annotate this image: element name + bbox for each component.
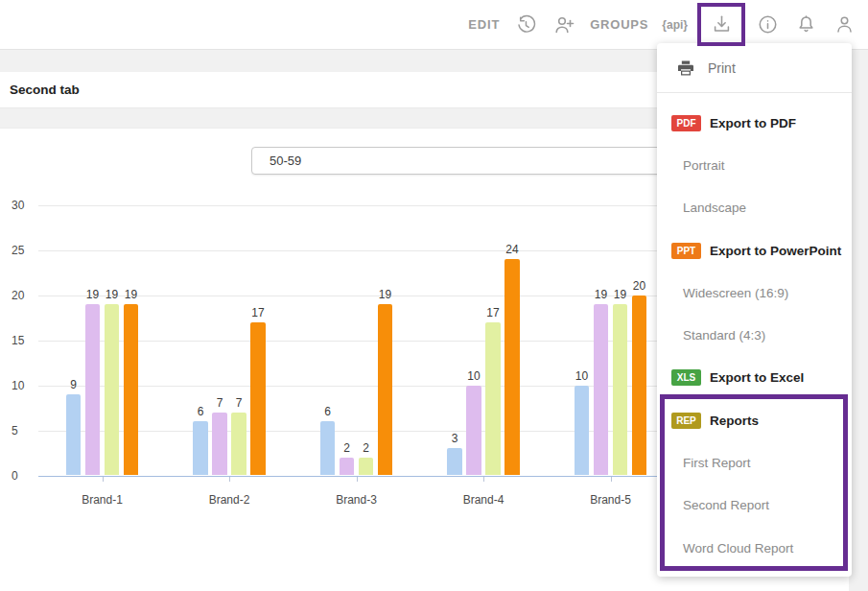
- bar-blue-brand-5[interactable]: [575, 386, 590, 476]
- bar-purple-brand-5[interactable]: [594, 304, 609, 475]
- export-menu: Print PDFExport to PDFPortraitLandscapeP…: [657, 43, 852, 577]
- x-axis-category-label: Brand-3: [314, 493, 400, 507]
- bar-green-brand-2[interactable]: [231, 413, 246, 476]
- menu-item-reports[interactable]: REPReports: [657, 399, 852, 441]
- menu-item-label: Reports: [710, 414, 759, 428]
- menu-item-widescreen-16-9-[interactable]: Widescreen (16:9): [657, 272, 852, 314]
- download-highlight-box: [697, 3, 745, 46]
- bar-value-label: 24: [498, 243, 527, 256]
- x-axis-tick: [103, 477, 104, 482]
- bar-value-label: 17: [244, 306, 272, 319]
- menu-item-label: Second Report: [683, 498, 769, 512]
- y-axis-tick-label: 5: [12, 424, 35, 437]
- menu-item-standard-4-3-[interactable]: Standard (4:3): [657, 314, 852, 356]
- x-axis-tick: [357, 477, 358, 482]
- menu-item-print[interactable]: Print: [657, 43, 852, 93]
- menu-item-export-to-powerpoint[interactable]: PPTExport to PowerPoint: [657, 229, 852, 272]
- xls-badge-icon: XLS: [671, 369, 701, 386]
- x-axis-category-label: Brand-2: [186, 493, 272, 507]
- bar-value-label: 10: [568, 369, 597, 383]
- bar-orange-brand-1[interactable]: [124, 304, 139, 475]
- y-axis-tick-label: 15: [12, 334, 35, 347]
- bar-green-brand-1[interactable]: [105, 304, 120, 475]
- bar-green-brand-4[interactable]: [485, 322, 501, 476]
- y-axis-tick-label: 10: [12, 379, 35, 392]
- api-icon[interactable]: {api}: [662, 12, 688, 37]
- bar-purple-brand-3[interactable]: [340, 458, 355, 476]
- person-add-icon[interactable]: [551, 12, 576, 37]
- bar-purple-brand-2[interactable]: [212, 413, 227, 476]
- history-icon[interactable]: [513, 12, 538, 37]
- tab-title: Second tab: [10, 83, 80, 97]
- y-axis-tick-label: 0: [12, 469, 35, 483]
- toolbar: EDIT GROUPS {api}: [0, 0, 868, 50]
- y-axis-tick-label: 20: [12, 289, 35, 302]
- info-icon[interactable]: [755, 12, 780, 37]
- printer-icon: [676, 59, 695, 78]
- bar-orange-brand-2[interactable]: [250, 322, 266, 476]
- menu-item-label: Word Cloud Report: [683, 541, 793, 556]
- edit-button[interactable]: EDIT: [468, 17, 500, 32]
- menu-item-export-to-pdf[interactable]: PDFExport to PDF: [657, 102, 852, 144]
- menu-item-second-report[interactable]: Second Report: [657, 485, 852, 527]
- pdf-badge-icon: PDF: [671, 115, 701, 131]
- menu-item-label: First Report: [683, 456, 751, 470]
- y-axis-tick-label: 30: [12, 199, 35, 212]
- menu-item-export-to-excel[interactable]: XLSExport to Excel: [657, 357, 852, 399]
- groups-button[interactable]: GROUPS: [590, 17, 648, 32]
- bar-value-label: 2: [352, 441, 381, 455]
- menu-list: PDFExport to PDFPortraitLandscapePPTExpo…: [657, 93, 852, 569]
- person-icon[interactable]: [832, 12, 856, 37]
- x-axis-category-label: Brand-4: [440, 493, 527, 507]
- bar-value-label: 9: [59, 378, 88, 391]
- bar-value-label: 3: [440, 432, 469, 445]
- bar-purple-brand-4[interactable]: [466, 386, 481, 476]
- bar-value-label: 19: [117, 288, 146, 301]
- menu-item-label: Export to PowerPoint: [710, 244, 841, 258]
- x-axis-tick: [611, 477, 612, 482]
- bar-orange-brand-3[interactable]: [378, 304, 393, 475]
- download-icon[interactable]: [709, 12, 734, 37]
- menu-item-portrait[interactable]: Portrait: [657, 144, 852, 186]
- menu-item-label: Print: [708, 60, 736, 76]
- menu-item-label: Export to PDF: [710, 116, 796, 130]
- menu-item-word-cloud-report[interactable]: Word Cloud Report: [657, 527, 852, 569]
- bell-icon[interactable]: [793, 12, 818, 37]
- bar-value-label: 20: [625, 279, 654, 293]
- menu-item-label: Widescreen (16:9): [683, 286, 788, 300]
- x-axis-category-label: Brand-5: [568, 493, 654, 507]
- bar-value-label: 19: [371, 288, 400, 301]
- bar-orange-brand-4[interactable]: [504, 259, 520, 475]
- bar-blue-brand-1[interactable]: [66, 394, 82, 475]
- bar-orange-brand-5[interactable]: [632, 296, 647, 476]
- menu-item-label: Standard (4:3): [683, 328, 765, 343]
- x-axis-category-label: Brand-1: [59, 493, 146, 507]
- bar-purple-brand-1[interactable]: [85, 304, 101, 475]
- bar-blue-brand-2[interactable]: [193, 421, 208, 475]
- menu-item-label: Landscape: [683, 201, 746, 215]
- y-axis-tick-label: 25: [12, 244, 35, 257]
- menu-item-label: Portrait: [683, 158, 725, 173]
- rep-badge-icon: REP: [671, 413, 701, 429]
- bar-value-label: 7: [224, 396, 253, 410]
- bar-green-brand-5[interactable]: [613, 304, 628, 475]
- x-axis-tick: [229, 477, 230, 482]
- menu-item-first-report[interactable]: First Report: [657, 441, 852, 484]
- menu-item-landscape[interactable]: Landscape: [657, 187, 852, 229]
- bar-value-label: 10: [459, 369, 488, 383]
- bar-blue-brand-4[interactable]: [447, 448, 462, 475]
- menu-item-label: Export to Excel: [710, 370, 804, 385]
- bar-value-label: 6: [314, 405, 342, 418]
- bar-value-label: 17: [479, 306, 507, 319]
- x-axis-tick: [483, 477, 484, 482]
- ppt-badge-icon: PPT: [671, 243, 701, 259]
- bar-green-brand-3[interactable]: [359, 458, 374, 476]
